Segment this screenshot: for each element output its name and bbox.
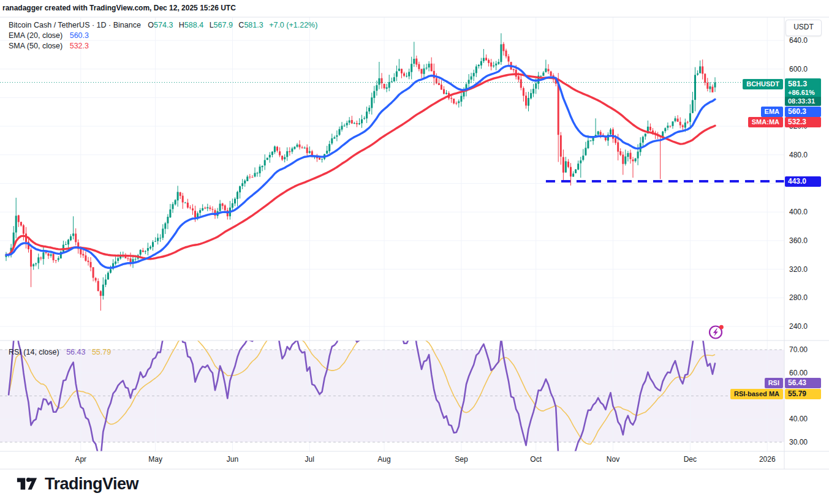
ohlc-open: O574.3 (148, 21, 173, 29)
bar-countdown: 08:33:31 (785, 97, 821, 106)
tradingview-wordmark: TradingView (45, 475, 138, 494)
ema-price-tag: 560.3 (785, 107, 821, 117)
symbol-price-side-tag: BCHUSDT (743, 79, 783, 89)
currency-toggle-button[interactable]: USDT (785, 20, 822, 36)
time-axis[interactable] (0, 451, 784, 469)
symbol-title: Bitcoin Cash / TetherUS · 1D · Binance (9, 21, 141, 29)
rsi-legend-value: 56.43 (66, 348, 85, 356)
ohlc-close: C581.3 (238, 21, 263, 29)
sma-price-tag: 532.3 (785, 117, 821, 127)
ema-side-tag: EMA (761, 107, 783, 117)
support-level-tag: 443.0 (785, 176, 821, 187)
rsi-ma-value-tag: 55.79 (785, 389, 821, 399)
ema-legend-label: EMA (20, close) (9, 31, 62, 40)
ohlc-high: H588.4 (179, 21, 203, 29)
symbol-price-tag: 581.3 +86.61% 08:33:31 (785, 78, 821, 106)
tradingview-chart-page: ranadagger created with TradingView.com,… (0, 0, 829, 504)
symbol-legend-row[interactable]: Bitcoin Cash / TetherUS · 1D · Binance O… (9, 20, 317, 31)
last-price-value: 581.3 (785, 78, 821, 89)
sma-side-tag: SMA:MA (748, 117, 783, 127)
rsi-ma-side-tag: RSI-based MA (730, 389, 783, 399)
ema-legend-value: 560.3 (70, 31, 89, 40)
main-chart-legend: Bitcoin Cash / TetherUS · 1D · Binance O… (9, 20, 317, 51)
rsi-legend-label: RSI (14, close) (9, 348, 59, 356)
flash-events-icon[interactable] (707, 323, 725, 341)
ohlc-low: L567.9 (210, 21, 233, 29)
rsi-legend-row[interactable]: RSI (14, close) 56.43 55.79 (9, 347, 115, 358)
sma-legend-row[interactable]: SMA (50, close) 532.3 (9, 41, 317, 51)
change-percent-value: +86.61% (785, 89, 821, 97)
sma-legend-value: 532.3 (70, 42, 89, 50)
change-value: +7.0 (+1.22%) (269, 21, 317, 29)
attribution-text: ranadagger created with TradingView.com,… (2, 4, 236, 12)
rsi-side-tag: RSI (765, 378, 783, 388)
rsi-ma-legend-value: 55.79 (92, 348, 111, 356)
tradingview-logo[interactable]: TradingView (16, 473, 138, 495)
rsi-value-tag: 56.43 (785, 378, 821, 388)
tradingview-mark-icon (16, 473, 39, 495)
chart-canvas[interactable] (0, 0, 829, 504)
ema-legend-row[interactable]: EMA (20, close) 560.3 (9, 31, 317, 41)
sma-legend-label: SMA (50, close) (9, 42, 62, 50)
